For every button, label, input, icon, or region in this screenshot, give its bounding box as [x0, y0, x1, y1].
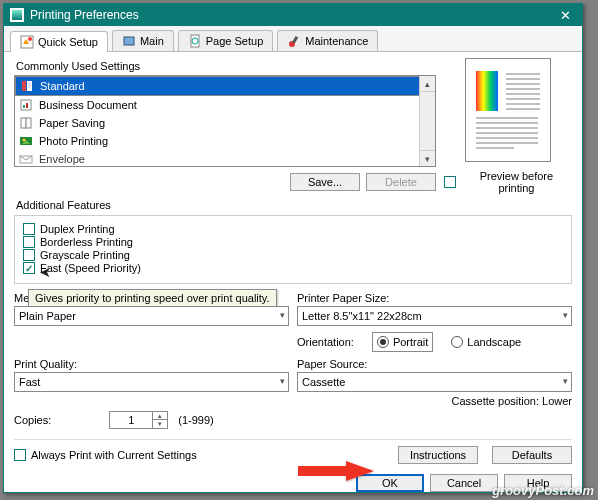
tab-maintenance[interactable]: Maintenance [277, 30, 378, 51]
page-setup-icon [188, 34, 202, 48]
paper-saving-icon [19, 116, 33, 130]
save-button[interactable]: Save... [290, 173, 360, 191]
copies-label: Copies: [14, 414, 51, 426]
orientation-label: Orientation: [297, 336, 354, 348]
printing-preferences-window: Printing Preferences ✕ Quick Setup Main … [3, 3, 583, 493]
paper-size-value: Letter 8.5"x11" 22x28cm [302, 310, 422, 322]
svg-rect-7 [22, 81, 26, 91]
settings-listbox[interactable]: Standard Business Document Paper Saving … [14, 75, 436, 167]
dialog-body: Commonly Used Settings Standard Business… [4, 52, 582, 490]
scroll-down[interactable]: ▾ [420, 150, 435, 166]
page-preview [465, 58, 551, 162]
preview-checkbox[interactable] [444, 176, 456, 188]
list-item-label: Photo Printing [39, 135, 108, 147]
list-item-label: Paper Saving [39, 117, 105, 129]
landscape-radio[interactable]: Landscape [451, 336, 521, 348]
portrait-radio[interactable]: Portrait [372, 332, 433, 352]
tab-label: Main [140, 35, 164, 47]
tab-bar: Quick Setup Main Page Setup Maintenance [4, 26, 582, 52]
cassette-position-note: Cassette position: Lower [297, 395, 572, 407]
window-title: Printing Preferences [30, 8, 548, 22]
paper-source-value: Cassette [302, 376, 345, 388]
media-type-select[interactable]: Plain Paper ▾ [14, 306, 289, 326]
svg-rect-16 [26, 118, 31, 128]
paper-size-label: Printer Paper Size: [297, 292, 572, 304]
always-print-label: Always Print with Current Settings [31, 449, 197, 461]
svg-rect-6 [292, 36, 298, 44]
tab-quick-setup[interactable]: Quick Setup [10, 31, 108, 52]
titlebar: Printing Preferences ✕ [4, 4, 582, 26]
instructions-button[interactable]: Instructions [398, 446, 478, 464]
commonly-used-label: Commonly Used Settings [16, 60, 436, 72]
chevron-down-icon: ▾ [563, 310, 568, 320]
fast-tooltip: Gives priority to printing speed over pr… [28, 289, 277, 307]
list-item-label: Business Document [39, 99, 137, 111]
media-type-value: Plain Paper [19, 310, 76, 322]
svg-rect-13 [23, 105, 25, 108]
list-item-business[interactable]: Business Document [15, 96, 435, 114]
spin-down[interactable]: ▾ [153, 420, 167, 428]
print-quality-value: Fast [19, 376, 40, 388]
svg-rect-15 [21, 118, 26, 128]
copies-input[interactable] [109, 411, 153, 429]
svg-rect-2 [124, 37, 134, 45]
preview-checkbox-label: Preview before printing [461, 170, 572, 194]
delete-button[interactable]: Delete [366, 173, 436, 191]
copies-spinner[interactable]: ▴▾ [109, 411, 168, 429]
list-item-label: Standard [40, 80, 85, 92]
tab-label: Maintenance [305, 35, 368, 47]
watermark: groovyPost.com [492, 483, 594, 498]
business-icon [19, 98, 33, 112]
quick-setup-icon [20, 35, 34, 49]
list-item-standard[interactable]: Standard [15, 76, 435, 96]
defaults-button[interactable]: Defaults [492, 446, 572, 464]
svg-point-1 [28, 37, 32, 41]
scroll-up[interactable]: ▴ [420, 76, 435, 92]
list-item-label: Envelope [39, 153, 85, 165]
grayscale-label: Grayscale Printing [40, 249, 130, 261]
copies-range: (1-999) [178, 414, 213, 426]
duplex-checkbox[interactable] [23, 223, 35, 235]
tab-page-setup[interactable]: Page Setup [178, 30, 274, 51]
grayscale-checkbox[interactable] [23, 249, 35, 261]
tab-label: Page Setup [206, 35, 264, 47]
list-item-paper-saving[interactable]: Paper Saving [15, 114, 435, 132]
chevron-down-icon: ▾ [563, 376, 568, 386]
envelope-icon [19, 152, 33, 166]
print-quality-label: Print Quality: [14, 358, 289, 370]
fast-checkbox[interactable]: ✓ [23, 262, 35, 274]
tab-label: Quick Setup [38, 36, 98, 48]
cursor-icon: ➤ [39, 264, 51, 280]
photo-icon [19, 134, 33, 148]
tab-main[interactable]: Main [112, 30, 174, 51]
list-item-envelope[interactable]: Envelope [15, 150, 435, 167]
list-item-photo[interactable]: Photo Printing [15, 132, 435, 150]
spin-up[interactable]: ▴ [153, 412, 167, 420]
maintenance-icon [287, 34, 301, 48]
print-quality-select[interactable]: Fast ▾ [14, 372, 289, 392]
paper-size-select[interactable]: Letter 8.5"x11" 22x28cm ▾ [297, 306, 572, 326]
paper-source-select[interactable]: Cassette ▾ [297, 372, 572, 392]
fast-label: Fast (Speed Priority) [40, 262, 141, 274]
chevron-down-icon: ▾ [280, 376, 285, 386]
duplex-label: Duplex Printing [40, 223, 115, 235]
main-icon [122, 34, 136, 48]
ok-button[interactable]: OK [356, 474, 424, 492]
app-icon [10, 8, 24, 22]
always-print-checkbox[interactable] [14, 449, 26, 461]
additional-features-group: Duplex Printing Borderless Printing Gray… [14, 215, 572, 284]
listbox-scrollbar[interactable]: ▴ ▾ [419, 76, 435, 166]
cancel-button[interactable]: Cancel [430, 474, 498, 492]
paper-source-label: Paper Source: [297, 358, 572, 370]
standard-icon [20, 79, 34, 93]
additional-features-label: Additional Features [16, 199, 572, 211]
chevron-down-icon: ▾ [280, 310, 285, 320]
close-button[interactable]: ✕ [548, 4, 582, 26]
borderless-label: Borderless Printing [40, 236, 133, 248]
borderless-checkbox[interactable] [23, 236, 35, 248]
svg-rect-14 [26, 103, 28, 108]
